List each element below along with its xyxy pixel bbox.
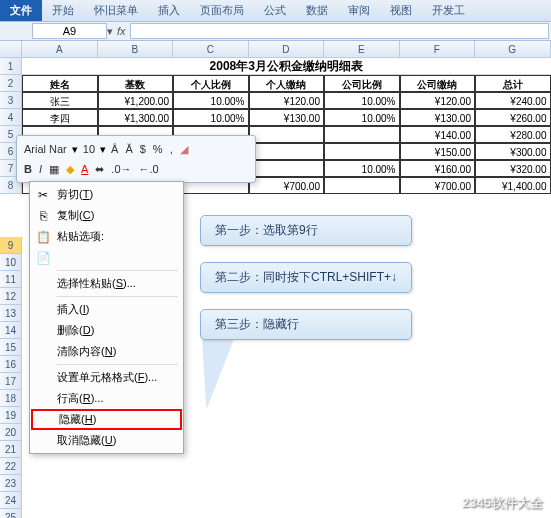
grow-font-icon[interactable]: Â [109, 142, 120, 156]
data-cell[interactable]: 10.00% [324, 92, 400, 109]
tab-insert[interactable]: 插入 [148, 0, 190, 21]
row-header[interactable]: 22 [0, 458, 22, 475]
tab-legacy[interactable]: 怀旧菜单 [84, 0, 148, 21]
ctx-插入[interactable]: 插入(I) [31, 299, 182, 320]
row-header[interactable]: 15 [0, 339, 22, 356]
tab-review[interactable]: 审阅 [338, 0, 380, 21]
col-header[interactable]: C [173, 41, 249, 58]
ctx-行高[interactable]: 行高(R)... [31, 388, 182, 409]
tab-view[interactable]: 视图 [380, 0, 422, 21]
data-cell[interactable]: 10.00% [173, 92, 249, 109]
tab-layout[interactable]: 页面布局 [190, 0, 254, 21]
select-all-corner[interactable] [0, 41, 22, 58]
row-header[interactable]: 14 [0, 322, 22, 339]
row-header[interactable]: 13 [0, 305, 22, 322]
col-header[interactable]: A [22, 41, 98, 58]
data-cell[interactable]: ¥300.00 [475, 143, 551, 160]
data-cell[interactable]: ¥1,400.00 [475, 177, 551, 194]
ctx-复制[interactable]: ⎘复制(C) [31, 205, 182, 226]
dropdown-icon[interactable]: ▾ [72, 143, 78, 156]
data-cell[interactable]: ¥160.00 [400, 160, 476, 177]
tab-home[interactable]: 开始 [42, 0, 84, 21]
row-header[interactable]: 24 [0, 492, 22, 509]
row-header[interactable]: 11 [0, 271, 22, 288]
data-cell[interactable]: ¥320.00 [475, 160, 551, 177]
data-cell[interactable] [324, 143, 400, 160]
ctx-隐藏[interactable]: 隐藏(H) [31, 409, 182, 430]
font-size-select[interactable]: 10 [81, 142, 97, 156]
ctx-选择性粘贴[interactable]: 选择性粘贴(S)... [31, 273, 182, 294]
dropdown-icon[interactable]: ▾ [100, 143, 106, 156]
title-cell[interactable]: 2008年3月公积金缴纳明细表 [22, 58, 551, 75]
header-cell[interactable]: 公司缴纳 [400, 75, 476, 92]
row-header[interactable]: 3 [0, 92, 22, 109]
decimal-inc-icon[interactable]: .0→ [109, 162, 133, 176]
format-painter-icon[interactable]: ◢ [178, 142, 190, 157]
row-header[interactable]: 20 [0, 424, 22, 441]
font-name-select[interactable]: Arial Nar [22, 142, 69, 156]
currency-icon[interactable]: $ [138, 142, 148, 156]
row-header[interactable]: 16 [0, 356, 22, 373]
name-box[interactable]: A9 [32, 23, 107, 39]
ctx-剪切[interactable]: ✂剪切(T) [31, 184, 182, 205]
data-cell[interactable]: ¥120.00 [249, 92, 325, 109]
row-header[interactable]: 10 [0, 254, 22, 271]
data-cell[interactable] [249, 160, 325, 177]
italic-icon[interactable]: I [37, 162, 44, 176]
header-cell[interactable]: 姓名 [22, 75, 98, 92]
header-cell[interactable]: 总计 [475, 75, 551, 92]
namebox-dropdown-icon[interactable]: ▾ [107, 25, 113, 38]
paste-option-button[interactable]: 📄 [31, 247, 182, 268]
decimal-dec-icon[interactable]: ←.0 [137, 162, 161, 176]
ctx-粘贴选项:[interactable]: 📋粘贴选项: [31, 226, 182, 247]
data-cell[interactable]: ¥260.00 [475, 109, 551, 126]
col-header[interactable]: F [400, 41, 476, 58]
data-cell[interactable]: ¥140.00 [400, 126, 476, 143]
row-header[interactable]: 9 [0, 237, 22, 254]
tab-formula[interactable]: 公式 [254, 0, 296, 21]
data-cell[interactable]: 10.00% [324, 109, 400, 126]
border-icon[interactable]: ▦ [47, 162, 61, 177]
row-header[interactable]: 19 [0, 407, 22, 424]
header-cell[interactable]: 基数 [98, 75, 174, 92]
header-cell[interactable]: 个人比例 [173, 75, 249, 92]
shrink-font-icon[interactable]: Ă [123, 142, 134, 156]
data-cell[interactable]: ¥700.00 [249, 177, 325, 194]
ctx-设置单元格格式[interactable]: 设置单元格格式(F)... [31, 367, 182, 388]
data-cell[interactable]: ¥1,200.00 [98, 92, 174, 109]
data-cell[interactable]: ¥700.00 [400, 177, 476, 194]
row-header[interactable]: 18 [0, 390, 22, 407]
col-header[interactable]: G [475, 41, 551, 58]
fx-icon[interactable]: fx [117, 25, 126, 37]
row-header[interactable]: 23 [0, 475, 22, 492]
row-header[interactable]: 4 [0, 109, 22, 126]
data-cell[interactable]: ¥150.00 [400, 143, 476, 160]
col-header[interactable]: D [249, 41, 325, 58]
header-cell[interactable]: 公司比例 [324, 75, 400, 92]
data-cell[interactable]: 10.00% [173, 109, 249, 126]
tab-data[interactable]: 数据 [296, 0, 338, 21]
bold-icon[interactable]: B [22, 162, 34, 176]
data-cell[interactable]: ¥130.00 [400, 109, 476, 126]
row-header[interactable]: 12 [0, 288, 22, 305]
data-cell[interactable]: ¥280.00 [475, 126, 551, 143]
row-header[interactable]: 17 [0, 373, 22, 390]
comma-icon[interactable]: , [168, 142, 175, 156]
row-header[interactable]: 21 [0, 441, 22, 458]
data-cell[interactable]: 李四 [22, 109, 98, 126]
ctx-删除[interactable]: 删除(D) [31, 320, 182, 341]
data-cell[interactable]: ¥240.00 [475, 92, 551, 109]
tab-dev[interactable]: 开发工 [422, 0, 475, 21]
row-header[interactable]: 25 [0, 509, 22, 518]
data-cell[interactable] [249, 143, 325, 160]
percent-icon[interactable]: % [151, 142, 165, 156]
tab-file[interactable]: 文件 [0, 0, 42, 21]
ctx-取消隐藏[interactable]: 取消隐藏(U) [31, 430, 182, 451]
data-cell[interactable]: 张三 [22, 92, 98, 109]
data-cell[interactable] [249, 126, 325, 143]
row-header[interactable]: 2 [0, 75, 22, 92]
ctx-清除内容[interactable]: 清除内容(N) [31, 341, 182, 362]
font-color-icon[interactable]: A [79, 162, 90, 176]
merge-icon[interactable]: ⬌ [93, 162, 106, 177]
data-cell[interactable] [324, 177, 400, 194]
